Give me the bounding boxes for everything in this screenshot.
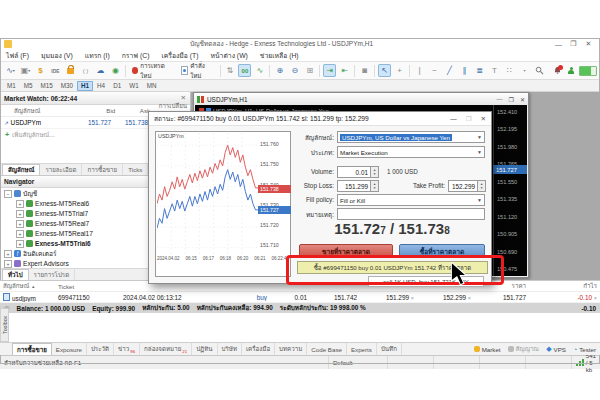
tf-m30[interactable]: M30 (57, 81, 77, 91)
comment-input[interactable] (337, 208, 485, 220)
open-position-row[interactable]: usdjpym 699471150 2024.04.02 06:13:12 bu… (0, 292, 600, 303)
tab-trading[interactable]: การซื้อขาย (82, 164, 123, 175)
tf-m5[interactable]: M5 (20, 81, 37, 91)
menu-tools[interactable]: เครื่องมือ (T) (155, 50, 204, 61)
new-chart-icon[interactable]: ∿▾ (4, 64, 17, 77)
tab-company[interactable]: บริษัท (218, 343, 242, 355)
tf-w1[interactable]: W1 (125, 81, 142, 91)
vertical-line-icon[interactable]: ❘ (413, 64, 426, 77)
tf-h4[interactable]: H4 (93, 81, 109, 91)
toolbox-vertical-tab[interactable]: Toolbox (0, 308, 9, 342)
cloud-icon[interactable]: ☁ (94, 64, 107, 77)
data-window-icon[interactable]: ( ) (79, 64, 92, 77)
auto-scroll-icon[interactable]: ⇥ (323, 64, 336, 77)
horizontal-line-icon[interactable]: − (428, 64, 441, 77)
dialog-minimize-icon[interactable]: — (450, 115, 457, 123)
tab-mailbox[interactable]: กล่องจดหมาย21 (140, 343, 192, 355)
camera-icon[interactable]: ◙ (358, 64, 371, 77)
crosshair-icon[interactable]: + (393, 64, 406, 77)
maximize-button[interactable]: ❐ (566, 40, 581, 48)
menu-view[interactable]: มุมมอง (V) (35, 50, 79, 61)
objects-dropdown-icon[interactable]: ▾ (518, 64, 531, 77)
chart-maximize-icon[interactable]: ❐ (509, 96, 514, 103)
tab-common[interactable]: ทั่วไป (2, 269, 29, 280)
dialog-titlebar[interactable]: สถานะ: #699471150 buy 0.01 USDJPYm 151.7… (149, 112, 491, 126)
close-position-icon[interactable]: × (594, 295, 597, 301)
dialog-close-icon[interactable]: ✕ (481, 115, 486, 123)
tab-exposure[interactable]: Exposure (52, 343, 87, 355)
fibonacci-icon[interactable]: ≣ (473, 64, 486, 77)
menu-charts[interactable]: กราฟ (C) (116, 50, 156, 61)
tab-experts[interactable]: Experts (347, 343, 377, 355)
buy-by-market-button[interactable]: ซื้อที่ราคาตลาด (399, 244, 485, 258)
zoom-out-icon[interactable]: ⊖ (288, 64, 301, 77)
remove-tp-icon[interactable]: × (468, 295, 471, 301)
tab-tools[interactable]: เครื่องมือ (242, 343, 275, 355)
tf-h1[interactable]: H1 (77, 81, 93, 91)
signals-shortcut[interactable]: สัญญาณ (508, 344, 540, 354)
chart-close-icon[interactable]: ✕ (520, 96, 525, 103)
remove-sl-icon[interactable]: × (411, 295, 414, 301)
symbol-select[interactable]: USDJPYm, US Dollar vs Japanese Yen ▼ (337, 131, 485, 143)
take-profit-stepper[interactable]: ▲▼ (478, 180, 486, 192)
candlestick-icon[interactable]: 00 (238, 64, 251, 77)
vps-shortcut[interactable]: ◆VPS (546, 345, 566, 353)
take-profit-input[interactable]: 152.299 (448, 180, 478, 192)
fill-policy-select[interactable]: Fill or Kill ▼ (337, 194, 485, 206)
tf-m15[interactable]: M15 (37, 81, 57, 91)
tab-journal[interactable]: บันทึก (377, 343, 402, 355)
text-icon[interactable]: T (488, 64, 501, 77)
status-profile[interactable]: Default (329, 356, 388, 369)
cursor-icon[interactable]: ↖ (378, 64, 391, 77)
tab-ticks[interactable]: Ticks (123, 164, 148, 175)
minimize-button[interactable]: — (551, 41, 566, 48)
line-chart-icon[interactable]: ∿ (253, 64, 266, 77)
menu-insert[interactable]: แทรก (I) (79, 50, 116, 61)
metaeditor-icon[interactable]: IDE (49, 64, 62, 77)
arrows-icon[interactable]: ∷ (503, 64, 516, 77)
chart-shift-icon[interactable]: ⇤ (338, 64, 351, 77)
tab-trade[interactable]: การซื้อขาย (12, 343, 52, 355)
close-button[interactable]: ✕ (581, 40, 596, 48)
order-type-select[interactable]: Market Execution ▼ (337, 146, 485, 158)
market-watch-icon[interactable]: $ (34, 64, 47, 77)
zoom-in-icon[interactable]: ⊕ (273, 64, 286, 77)
tester-shortcut[interactable]: ◔Tester (573, 346, 596, 353)
position-dialog[interactable]: สถานะ: #699471150 buy 0.01 USDJPYm 151.7… (148, 111, 492, 284)
tf-mn[interactable]: MN (143, 81, 161, 91)
tab-articles[interactable]: บทความ (275, 343, 307, 355)
dialog-maximize-icon[interactable]: ❐ (466, 115, 472, 123)
tf-m1[interactable]: M1 (3, 81, 20, 91)
notifications-bell-icon[interactable] (551, 65, 563, 77)
price-scale[interactable]: 152.410 152.195 151.980 151.765 151.550 … (493, 105, 527, 276)
channel-icon[interactable]: ∥ (458, 64, 471, 77)
algo-trading-lock-icon[interactable] (64, 64, 77, 77)
tf-d1[interactable]: D1 (109, 81, 125, 91)
account-status-icon[interactable] (567, 67, 575, 75)
profiles-icon[interactable]: ▣▾ (19, 64, 32, 77)
volume-input[interactable]: 0.01 (337, 166, 371, 178)
trendline-icon[interactable]: ╱ (443, 64, 456, 77)
volume-stepper[interactable]: ▲▼ (371, 166, 379, 178)
menu-help[interactable]: ช่วยเหลือ (H) (254, 50, 305, 61)
menu-window[interactable]: หน้าต่าง (W) (204, 50, 253, 61)
new-order-button[interactable]: คำสั่งใหม่ (178, 64, 217, 77)
position-icon (3, 293, 10, 301)
community-icon[interactable]: ◉ (109, 64, 122, 77)
tab-favorites[interactable]: รายการโปรด (29, 269, 76, 280)
bar-chart-icon[interactable]: ⇅ (223, 64, 236, 77)
chart-minimize-icon[interactable]: — (497, 96, 503, 103)
menu-file[interactable]: ไฟล์ (F) (0, 50, 35, 61)
search-icon[interactable] (533, 64, 546, 77)
chart-window-titlebar[interactable]: USDJPYm,H1 — ❐ ✕ (194, 93, 528, 105)
tab-codebase[interactable]: Code Base (307, 343, 347, 355)
tab-news[interactable]: ข่าว96 (114, 343, 140, 355)
grid-icon[interactable]: ⊞ (303, 64, 316, 77)
market-shortcut[interactable]: Market (474, 346, 501, 353)
sell-by-market-button[interactable]: ขายที่ราคาตลาด (299, 244, 393, 258)
tab-details[interactable]: รายละเอียด (40, 164, 82, 175)
tab-symbols[interactable]: สัญลักษณ์ (2, 164, 40, 175)
tab-calendar[interactable]: ปฏิทิน (192, 343, 217, 355)
tab-history[interactable]: ประวัติ (87, 343, 114, 355)
new-trade-button[interactable]: การเทรดใหม่ (129, 64, 176, 77)
